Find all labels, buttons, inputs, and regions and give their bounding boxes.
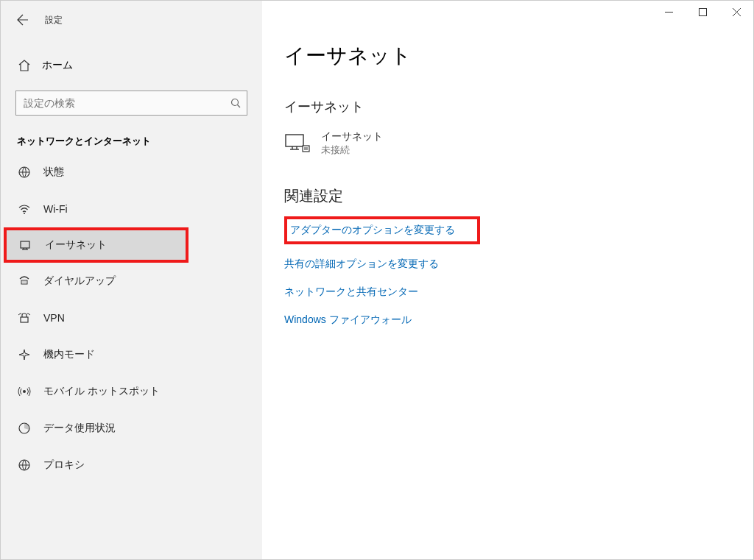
- sidebar-item-hotspot[interactable]: モバイル ホットスポット: [1, 373, 262, 410]
- sidebar-item-label: Wi-Fi: [43, 203, 68, 215]
- sidebar-home[interactable]: ホーム: [1, 49, 262, 82]
- sidebar-item-label: 機内モード: [43, 348, 95, 361]
- airplane-icon: [17, 347, 32, 362]
- home-icon: [17, 58, 32, 73]
- svg-point-0: [232, 99, 239, 106]
- sidebar-nav: 状態 Wi-Fi イーサネット ダイヤルアップ: [1, 154, 262, 483]
- svg-rect-20: [286, 135, 303, 146]
- titlebar: 設定: [1, 8, 262, 32]
- sidebar-item-status[interactable]: 状態: [1, 154, 262, 191]
- ethernet-name: イーサネット: [321, 130, 383, 143]
- link-network-sharing-center[interactable]: ネットワークと共有センター: [284, 286, 418, 299]
- svg-point-13: [23, 390, 26, 393]
- sidebar-item-label: VPN: [43, 312, 65, 324]
- status-icon: [17, 165, 32, 180]
- search-input[interactable]: [24, 97, 223, 109]
- svg-rect-4: [21, 241, 29, 248]
- sidebar-section-title: ネットワークとインターネット: [17, 135, 262, 148]
- svg-rect-24: [303, 146, 309, 152]
- sidebar-item-dialup[interactable]: ダイヤルアップ: [1, 263, 262, 300]
- home-label: ホーム: [42, 59, 73, 72]
- back-button[interactable]: [14, 11, 32, 29]
- sidebar: 設定 ホーム ネットワークとインターネット 状態: [1, 1, 262, 559]
- minimize-icon: [665, 8, 673, 16]
- maximize-icon: [699, 8, 707, 16]
- sidebar-item-data-usage[interactable]: データ使用状況: [1, 410, 262, 447]
- maximize-button[interactable]: [686, 1, 719, 23]
- main-content: イーサネット イーサネット イーサネット 未接続 関連設定 アダプターのオプショ…: [262, 1, 753, 559]
- hotspot-icon: [17, 384, 32, 399]
- sidebar-item-label: プロキシ: [43, 458, 85, 472]
- sidebar-item-ethernet[interactable]: イーサネット: [7, 230, 186, 260]
- svg-point-9: [22, 281, 23, 282]
- window-controls: [652, 1, 753, 23]
- data-usage-icon: [17, 421, 32, 436]
- sidebar-item-label: 状態: [43, 166, 64, 179]
- highlight-ethernet: イーサネット: [4, 227, 188, 263]
- ethernet-status-text: イーサネット 未接続: [321, 130, 383, 157]
- svg-rect-12: [21, 317, 28, 322]
- arrow-left-icon: [17, 14, 29, 26]
- sidebar-item-vpn[interactable]: VPN: [1, 300, 262, 336]
- link-sharing-options[interactable]: 共有の詳細オプションを変更する: [284, 258, 439, 271]
- vpn-icon: [17, 311, 32, 325]
- sidebar-item-label: ダイヤルアップ: [43, 274, 116, 288]
- sidebar-item-label: モバイル ホットスポット: [43, 385, 160, 398]
- sidebar-item-proxy[interactable]: プロキシ: [1, 447, 262, 483]
- proxy-icon: [17, 458, 32, 472]
- svg-point-11: [25, 281, 26, 282]
- related-settings-heading: 関連設定: [284, 186, 753, 206]
- wifi-icon: [17, 202, 32, 216]
- section-subheading: イーサネット: [284, 98, 753, 116]
- search-container: [15, 91, 247, 116]
- link-adapter-options[interactable]: アダプターのオプションを変更する: [290, 224, 455, 237]
- ethernet-status-row[interactable]: イーサネット 未接続: [284, 130, 753, 157]
- sidebar-item-label: イーサネット: [45, 238, 107, 252]
- page-title: イーサネット: [284, 42, 753, 70]
- search-box[interactable]: [15, 91, 247, 116]
- sidebar-item-airplane[interactable]: 機内モード: [1, 336, 262, 373]
- highlight-adapter-options: アダプターのオプションを変更する: [284, 216, 480, 244]
- window-title: 設定: [45, 14, 63, 26]
- dialup-icon: [17, 274, 32, 288]
- ethernet-status: 未接続: [321, 143, 383, 157]
- link-windows-firewall[interactable]: Windows ファイアウォール: [284, 313, 412, 327]
- close-icon: [733, 8, 741, 16]
- related-links: アダプターのオプションを変更する 共有の詳細オプションを変更する ネットワークと…: [284, 216, 753, 341]
- svg-rect-17: [699, 8, 706, 15]
- settings-window: 設定 ホーム ネットワークとインターネット 状態: [0, 0, 754, 560]
- ethernet-monitor-icon: [284, 130, 311, 157]
- ethernet-icon: [18, 238, 33, 252]
- svg-point-10: [24, 281, 24, 282]
- sidebar-item-wifi[interactable]: Wi-Fi: [1, 191, 262, 227]
- search-icon: [230, 98, 241, 108]
- svg-line-1: [238, 105, 241, 108]
- sidebar-item-label: データ使用状況: [43, 422, 116, 435]
- svg-point-3: [24, 213, 25, 214]
- close-button[interactable]: [719, 1, 753, 23]
- minimize-button[interactable]: [652, 1, 686, 23]
